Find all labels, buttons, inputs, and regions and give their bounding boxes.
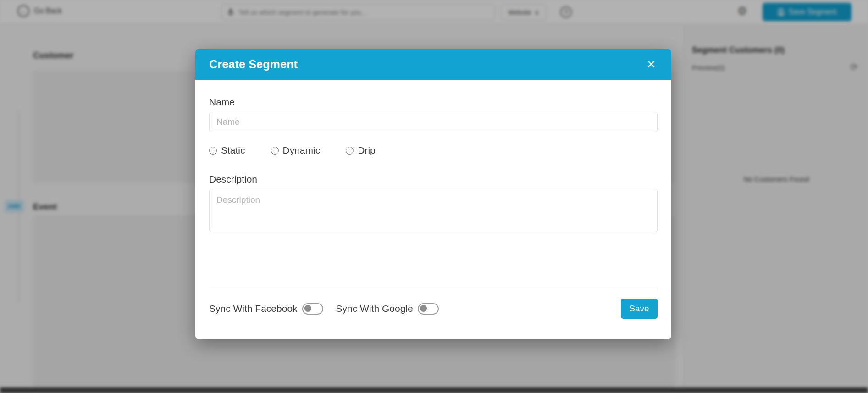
- sync-facebook-label: Sync With Facebook: [209, 303, 298, 314]
- radio-static[interactable]: Static: [209, 145, 245, 156]
- create-segment-modal: Create Segment ✕ Name Static Dynamic Dri…: [195, 49, 671, 339]
- modal-header: Create Segment ✕: [195, 49, 671, 80]
- name-label: Name: [209, 97, 235, 108]
- radio-static-label: Static: [221, 145, 245, 156]
- save-button[interactable]: Save: [621, 299, 658, 319]
- name-field[interactable]: [209, 112, 658, 132]
- toggle-knob: [304, 305, 311, 312]
- radio-dynamic-label: Dynamic: [283, 145, 321, 156]
- sync-google-toggle[interactable]: [418, 303, 439, 315]
- radio-drip-label: Drip: [358, 145, 376, 156]
- radio-circle-icon: [346, 147, 354, 155]
- modal-title: Create Segment: [209, 58, 298, 71]
- sync-facebook-toggle[interactable]: [302, 303, 323, 315]
- toggle-knob: [420, 305, 427, 312]
- close-icon[interactable]: ✕: [644, 57, 658, 72]
- description-label: Description: [209, 174, 257, 185]
- radio-circle-icon: [271, 147, 279, 155]
- radio-circle-icon: [209, 147, 217, 155]
- radio-drip[interactable]: Drip: [346, 145, 376, 156]
- description-field[interactable]: [209, 189, 658, 232]
- radio-dynamic[interactable]: Dynamic: [271, 145, 321, 156]
- modal-footer: Sync With Facebook Sync With Google Save: [209, 299, 658, 319]
- segment-type-radio-group: Static Dynamic Drip: [209, 145, 376, 156]
- sync-google-label: Sync With Google: [336, 303, 413, 314]
- footer-divider: [209, 289, 658, 289]
